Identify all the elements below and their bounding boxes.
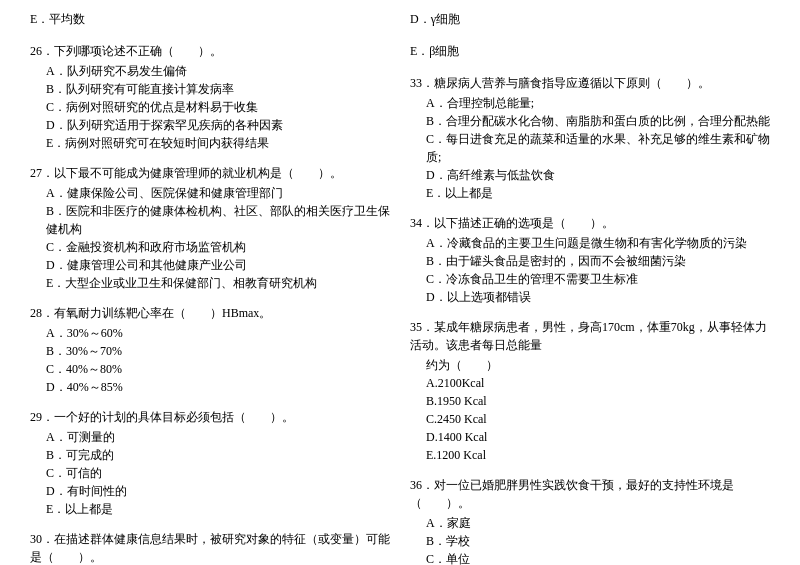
question-block-q33: 33．糖尿病人营养与膳食指导应遵循以下原则（ ）。A．合理控制总能量;B．合理分… <box>410 74 770 202</box>
right-column: D．γ细胞E．β细胞33．糖尿病人营养与膳食指导应遵循以下原则（ ）。A．合理控… <box>410 10 770 565</box>
question-option: E．大型企业或业卫生和保健部门、相教育研究机构 <box>46 274 390 292</box>
question-option: A．健康保险公司、医院保健和健康管理部门 <box>46 184 390 202</box>
question-block-q_e_beta: E．β细胞 <box>410 42 770 62</box>
question-option: D.1400 Kcal <box>426 428 770 446</box>
question-block-q_d_gamma: D．γ细胞 <box>410 10 770 30</box>
question-title: D．γ细胞 <box>410 10 770 28</box>
question-option: A．30%～60% <box>46 324 390 342</box>
question-block-q26: 26．下列哪项论述不正确（ ）。A．队列研究不易发生偏倚B．队列研究有可能直接计… <box>30 42 390 152</box>
question-option: E．病例对照研究可在较短时间内获得结果 <box>46 134 390 152</box>
question-option: C．每日进食充足的蔬菜和适量的水果、补充足够的维生素和矿物质; <box>426 130 770 166</box>
question-option: B．队列研究有可能直接计算发病率 <box>46 80 390 98</box>
question-title: 26．下列哪项论述不正确（ ）。 <box>30 42 390 60</box>
question-block-q36: 36．对一位已婚肥胖男性实践饮食干预，最好的支持性环境是（ ）。A．家庭B．学校… <box>410 476 770 565</box>
left-column: E．平均数26．下列哪项论述不正确（ ）。A．队列研究不易发生偏倚B．队列研究有… <box>30 10 390 565</box>
question-block-q34: 34．以下描述正确的选项是（ ）。A．冷藏食品的主要卫生问题是微生物和有害化学物… <box>410 214 770 306</box>
question-title: 27．以下最不可能成为健康管理师的就业机构是（ ）。 <box>30 164 390 182</box>
question-option: D．40%～85% <box>46 378 390 396</box>
question-title: 29．一个好的计划的具体目标必须包括（ ）。 <box>30 408 390 426</box>
question-option: D．以上选项都错误 <box>426 288 770 306</box>
question-block-q29: 29．一个好的计划的具体目标必须包括（ ）。A．可测量的B．可完成的C．可信的D… <box>30 408 390 518</box>
question-option: D．健康管理公司和其他健康产业公司 <box>46 256 390 274</box>
question-block-q30: 30．在描述群体健康信息结果时，被研究对象的特征（或变量）可能是（ ）。A．平定… <box>30 530 390 565</box>
question-title: 33．糖尿病人营养与膳食指导应遵循以下原则（ ）。 <box>410 74 770 92</box>
question-option: A．合理控制总能量; <box>426 94 770 112</box>
question-option: C．病例对照研究的优点是材料易于收集 <box>46 98 390 116</box>
question-option: A．家庭 <box>426 514 770 532</box>
question-option: B．由于罐头食品是密封的，因而不会被细菌污染 <box>426 252 770 270</box>
question-option: C．金融投资机构和政府市场监管机构 <box>46 238 390 256</box>
question-option: E．以上都是 <box>46 500 390 518</box>
question-option: C．可信的 <box>46 464 390 482</box>
question-title: E．β细胞 <box>410 42 770 60</box>
question-title: 28．有氧耐力训练靶心率在（ ）HBmax。 <box>30 304 390 322</box>
question-option: A．可测量的 <box>46 428 390 446</box>
question-option: B．可完成的 <box>46 446 390 464</box>
question-option: A.2100Kcal <box>426 374 770 392</box>
question-option: D．有时间性的 <box>46 482 390 500</box>
question-option: C．单位 <box>426 550 770 565</box>
question-option: E．以上都是 <box>426 184 770 202</box>
question-block-q27: 27．以下最不可能成为健康管理师的就业机构是（ ）。A．健康保险公司、医院保健和… <box>30 164 390 292</box>
page-container: E．平均数26．下列哪项论述不正确（ ）。A．队列研究不易发生偏倚B．队列研究有… <box>30 10 770 565</box>
two-column-layout: E．平均数26．下列哪项论述不正确（ ）。A．队列研究不易发生偏倚B．队列研究有… <box>30 10 770 565</box>
question-block-q35: 35．某成年糖尿病患者，男性，身高170cm，体重70kg，从事轻体力活动。该患… <box>410 318 770 464</box>
question-title: 36．对一位已婚肥胖男性实践饮食干预，最好的支持性环境是（ ）。 <box>410 476 770 512</box>
question-option: E.1200 Kcal <box>426 446 770 464</box>
question-title: 34．以下描述正确的选项是（ ）。 <box>410 214 770 232</box>
question-option: C.2450 Kcal <box>426 410 770 428</box>
question-block-q_e_mean: E．平均数 <box>30 10 390 30</box>
question-option: D．队列研究适用于探索罕见疾病的各种因素 <box>46 116 390 134</box>
question-option: A．队列研究不易发生偏倚 <box>46 62 390 80</box>
question-option: C．40%～80% <box>46 360 390 378</box>
question-option: B．30%～70% <box>46 342 390 360</box>
question-title: 30．在描述群体健康信息结果时，被研究对象的特征（或变量）可能是（ ）。 <box>30 530 390 565</box>
question-option: B．医院和非医疗的健康体检机构、社区、部队的相关医疗卫生保健机构 <box>46 202 390 238</box>
question-option: C．冷冻食品卫生的管理不需要卫生标准 <box>426 270 770 288</box>
question-title: E．平均数 <box>30 10 390 28</box>
question-block-q28: 28．有氧耐力训练靶心率在（ ）HBmax。A．30%～60%B．30%～70%… <box>30 304 390 396</box>
question-option: B．合理分配碳水化合物、南脂肪和蛋白质的比例，合理分配热能 <box>426 112 770 130</box>
question-option: D．高纤维素与低盐饮食 <box>426 166 770 184</box>
question-option: B.1950 Kcal <box>426 392 770 410</box>
question-title: 35．某成年糖尿病患者，男性，身高170cm，体重70kg，从事轻体力活动。该患… <box>410 318 770 354</box>
question-option: 约为（ ） <box>426 356 770 374</box>
question-option: B．学校 <box>426 532 770 550</box>
question-option: A．冷藏食品的主要卫生问题是微生物和有害化学物质的污染 <box>426 234 770 252</box>
